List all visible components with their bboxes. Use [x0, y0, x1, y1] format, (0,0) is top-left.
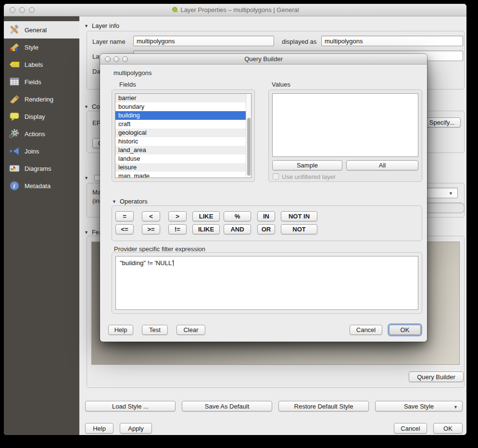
dialog-title: Query Builder: [100, 55, 427, 63]
sidebar-item-display[interactable]: Display: [4, 108, 79, 125]
load-style-button[interactable]: Load Style ...: [85, 401, 176, 411]
operator-ilike-button[interactable]: ILIKE: [192, 224, 220, 234]
sidebar-item-rendering[interactable]: Rendering: [4, 90, 79, 108]
disclosure-triangle-icon: ▼: [84, 230, 88, 235]
operator-eq-button[interactable]: =: [115, 211, 134, 221]
sidebar-item-joins[interactable]: Joins: [4, 142, 79, 160]
fields-label: Fields: [119, 81, 136, 88]
field-item[interactable]: geological: [115, 128, 251, 137]
crs-header[interactable]: ▼Co: [84, 103, 100, 110]
field-item[interactable]: historic: [115, 137, 251, 146]
sidebar-item-metadata[interactable]: i Metadata: [4, 177, 79, 194]
sidebar-item-label: Diagrams: [25, 165, 51, 172]
style-brush-icon: [9, 41, 20, 53]
paintbrush-icon: [9, 93, 20, 105]
field-item[interactable]: leisure: [115, 163, 251, 172]
field-item[interactable]: craft: [115, 120, 251, 128]
speech-bubble-icon: [9, 111, 20, 122]
field-item[interactable]: barrier: [115, 94, 251, 102]
cancel-button[interactable]: Cancel: [394, 423, 427, 434]
window-title: Layer Properties – multipolygons | Gener…: [4, 6, 466, 13]
field-item[interactable]: landuse: [115, 154, 251, 163]
sidebar-item-style[interactable]: Style: [4, 38, 79, 56]
sidebar-item-label: Labels: [25, 61, 43, 68]
displayed-as-input[interactable]: [321, 36, 463, 46]
scrollbar-thumb[interactable]: [247, 118, 251, 176]
operator-like-button[interactable]: LIKE: [192, 211, 220, 221]
sidebar-item-label: Actions: [25, 130, 45, 138]
info-icon: i: [9, 180, 20, 192]
table-icon: [9, 76, 20, 88]
operator-not-button[interactable]: NOT: [281, 224, 317, 234]
fields-scrollbar[interactable]: [246, 94, 251, 178]
help-button[interactable]: Help: [85, 423, 113, 434]
use-unfiltered-label: Use unfiltered layer: [282, 173, 336, 180]
sidebar-item-labels[interactable]: abc Labels: [4, 56, 79, 73]
join-arrow-icon: [9, 145, 20, 157]
sidebar-item-actions[interactable]: Actions: [4, 125, 79, 142]
save-style-button[interactable]: Save Style▼: [375, 401, 463, 411]
operator-notin-button[interactable]: NOT IN: [281, 211, 317, 221]
svg-text:abc: abc: [13, 63, 19, 67]
svg-text:i: i: [13, 182, 15, 190]
text-caret: [173, 260, 174, 266]
values-label: Values: [272, 81, 290, 88]
layer-name-input[interactable]: [133, 36, 274, 46]
apply-button[interactable]: Apply: [120, 423, 152, 434]
filter-expression-textarea[interactable]: "building" != 'NULL': [115, 256, 418, 310]
field-item[interactable]: boundary: [115, 102, 251, 111]
chevron-down-icon: ▼: [453, 405, 458, 410]
operator-and-button[interactable]: AND: [224, 224, 251, 234]
sidebar-item-label: Fields: [25, 78, 41, 86]
operator-in-button[interactable]: IN: [257, 211, 275, 221]
query-builder-dialog: Query Builder multipolygons Fields barri…: [100, 54, 427, 342]
use-unfiltered-checkbox[interactable]: [273, 173, 279, 179]
qb-clear-button[interactable]: Clear: [176, 325, 205, 335]
sidebar-item-label: Style: [25, 44, 38, 51]
sidebar-item-label: Rendering: [25, 96, 53, 103]
operators-header[interactable]: ▼Operators: [112, 198, 148, 205]
field-item[interactable]: man_made: [115, 172, 251, 178]
abc-tag-icon: abc: [9, 59, 20, 70]
displayed-as-label: displayed as: [282, 38, 316, 45]
qb-help-button[interactable]: Help: [108, 325, 133, 335]
disclosure-triangle-icon: ▼: [84, 104, 88, 109]
scale-visibility-header[interactable]: ▼: [84, 174, 92, 181]
qb-test-button[interactable]: Test: [142, 325, 168, 335]
sidebar-item-general[interactable]: General: [4, 21, 79, 38]
sidebar-item-label: Display: [25, 113, 45, 120]
diagram-icon: [9, 163, 20, 174]
datasource-label: multipolygons: [113, 69, 152, 77]
query-builder-button[interactable]: Query Builder: [409, 371, 464, 382]
sidebar-item-label: Metadata: [25, 182, 50, 190]
operator-ge-button[interactable]: >=: [142, 224, 160, 234]
restore-default-style-button[interactable]: Restore Default Style: [278, 401, 369, 411]
field-item-selected[interactable]: building: [115, 111, 251, 120]
disclosure-triangle-icon: ▼: [84, 24, 88, 28]
sidebar-item-diagrams[interactable]: Diagrams: [4, 160, 79, 177]
all-button[interactable]: All: [346, 160, 418, 170]
field-item[interactable]: land_area: [115, 146, 251, 154]
chevron-down-icon: ▼: [449, 191, 453, 196]
operator-le-button[interactable]: <=: [115, 224, 134, 234]
operator-lt-button[interactable]: <: [142, 211, 160, 221]
desktop: Layer Properties – multipolygons | Gener…: [0, 0, 478, 448]
layer-info-header[interactable]: ▼Layer info: [84, 22, 119, 29]
save-as-default-button[interactable]: Save As Default: [182, 401, 272, 411]
disclosure-triangle-icon: ▼: [84, 176, 88, 180]
values-list[interactable]: [272, 93, 418, 157]
sidebar-item-fields[interactable]: Fields: [4, 73, 79, 90]
qgis-logo-icon: [171, 6, 178, 13]
qb-cancel-button[interactable]: Cancel: [350, 325, 382, 335]
specify-crs-button[interactable]: Specify...: [423, 117, 461, 128]
fields-list: barrier boundary building craft geologic…: [115, 93, 252, 178]
sidebar: General Style abc Labels Fields Renderin…: [4, 16, 79, 435]
sidebar-item-label: Joins: [25, 148, 39, 155]
operator-ne-button[interactable]: !=: [168, 224, 187, 234]
operator-gt-button[interactable]: >: [168, 211, 187, 221]
operator-or-button[interactable]: OR: [257, 224, 275, 234]
operator-pct-button[interactable]: %: [224, 211, 251, 221]
ok-button[interactable]: OK: [433, 423, 463, 434]
sample-button[interactable]: Sample: [272, 160, 342, 170]
qb-ok-button[interactable]: OK: [389, 325, 421, 335]
